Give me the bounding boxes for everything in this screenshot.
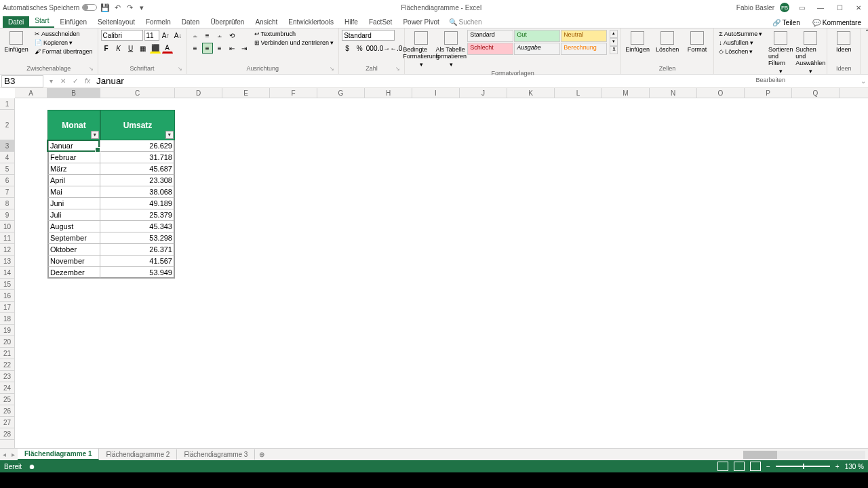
table-cell[interactable]: 38.068 — [100, 186, 175, 198]
tab-factset[interactable]: FactSet — [363, 16, 397, 28]
table-cell[interactable]: 53.949 — [100, 267, 175, 279]
conditional-formatting-button[interactable]: Bedingte Formatierung▾ — [408, 30, 435, 69]
row-header-20[interactable]: 20 — [0, 336, 14, 348]
percent-icon[interactable]: % — [354, 43, 365, 54]
merge-center-button[interactable]: ⊞ Verbinden und zentrieren ▾ — [252, 39, 336, 47]
insert-cells-button[interactable]: Einfügen — [624, 30, 651, 54]
table-cell[interactable]: Januar — [47, 140, 100, 152]
minimize-icon[interactable]: — — [814, 1, 827, 14]
style-good[interactable]: Gut — [514, 30, 560, 42]
number-format-select[interactable] — [342, 30, 395, 41]
cancel-formula-icon[interactable]: ✕ — [57, 75, 69, 87]
table-cell[interactable]: Oktober — [47, 244, 100, 256]
row-header-10[interactable]: 10 — [0, 221, 14, 232]
ribbon-display-icon[interactable]: ▭ — [795, 1, 808, 14]
column-header-D[interactable]: D — [175, 88, 222, 98]
style-output[interactable]: Ausgabe — [514, 43, 560, 55]
sheet-nav-prev-icon[interactable]: ◂ — [0, 451, 9, 458]
table-cell[interactable]: Dezember — [47, 267, 100, 279]
row-header-2[interactable]: 2 — [0, 110, 14, 140]
autosum-button[interactable]: Σ AutoSumme ▾ — [717, 30, 764, 38]
row-header-6[interactable]: 6 — [0, 175, 14, 186]
table-cell[interactable]: 25.379 — [100, 209, 175, 221]
add-sheet-button[interactable]: ⊕ — [255, 451, 269, 458]
column-header-E[interactable]: E — [222, 88, 270, 98]
indent-increase-icon[interactable]: ⇥ — [239, 43, 250, 54]
column-header-H[interactable]: H — [365, 88, 412, 98]
increase-font-icon[interactable]: A↑ — [161, 30, 172, 41]
find-select-button[interactable]: Suchen und Auswählen▾ — [797, 30, 824, 76]
wrap-text-button[interactable]: ↩ Textumbruch — [252, 30, 336, 38]
cut-button[interactable]: ✂ Ausschneiden — [33, 30, 95, 38]
undo-icon[interactable]: ↶ — [113, 3, 121, 12]
style-calculation[interactable]: Berechnung — [561, 43, 607, 55]
align-middle-icon[interactable]: ≡ — [202, 30, 213, 41]
view-normal-icon[interactable] — [717, 462, 728, 471]
indent-decrease-icon[interactable]: ⇤ — [226, 43, 237, 54]
column-header-M[interactable]: M — [602, 88, 650, 98]
tab-help[interactable]: Hilfe — [339, 16, 363, 28]
row-header-14[interactable]: 14 — [0, 267, 14, 279]
align-top-icon[interactable]: ⫠ — [190, 30, 201, 41]
tab-data[interactable]: Daten — [176, 16, 205, 28]
tab-developer[interactable]: Entwicklertools — [283, 16, 339, 28]
row-header-16[interactable]: 16 — [0, 290, 14, 302]
filter-dropdown-icon[interactable]: ▾ — [91, 131, 99, 139]
format-painter-button[interactable]: 🖌 Format übertragen — [33, 47, 95, 56]
style-standard[interactable]: Standard — [467, 30, 513, 42]
fill-color-button[interactable]: ⬛ — [150, 43, 161, 54]
column-header-F[interactable]: F — [270, 88, 317, 98]
row-header-12[interactable]: 12 — [0, 244, 14, 256]
row-header-17[interactable]: 17 — [0, 302, 14, 313]
sheet-nav-next-icon[interactable]: ▸ — [9, 451, 18, 458]
qat-customize-icon[interactable]: ▾ — [138, 3, 146, 12]
paste-button[interactable]: Einfügen — [3, 30, 30, 54]
tab-layout[interactable]: Seitenlayout — [92, 16, 140, 28]
column-header-O[interactable]: O — [697, 88, 745, 98]
table-cell[interactable]: Mai — [47, 186, 100, 198]
sheet-tab-3[interactable]: Flächendiagramme 3 — [177, 449, 255, 460]
table-cell[interactable]: März — [47, 163, 100, 175]
row-header-26[interactable]: 26 — [0, 405, 14, 417]
borders-button[interactable]: ▦ — [138, 43, 149, 54]
zoom-level[interactable]: 130 % — [845, 463, 864, 470]
view-pagelayout-icon[interactable] — [734, 462, 745, 471]
tab-view[interactable]: Ansicht — [250, 16, 283, 28]
column-header-J[interactable]: J — [460, 88, 507, 98]
styles-scroll-up-icon[interactable]: ▴ — [610, 30, 618, 38]
redo-icon[interactable]: ↷ — [125, 3, 134, 12]
sheet-tab-1[interactable]: Flächendiagramme 1 — [18, 449, 99, 460]
currency-icon[interactable]: $ — [342, 43, 353, 54]
style-bad[interactable]: Schlecht — [467, 43, 513, 55]
row-header-22[interactable]: 22 — [0, 359, 14, 371]
table-cell[interactable]: 23.308 — [100, 175, 175, 186]
table-cell[interactable]: September — [47, 232, 100, 244]
row-header-13[interactable]: 13 — [0, 256, 14, 267]
decrease-decimal-icon[interactable]: ←.0 — [391, 43, 401, 54]
table-cell[interactable]: 49.189 — [100, 198, 175, 209]
bold-button[interactable]: F — [101, 43, 112, 54]
increase-decimal-icon[interactable]: .0→ — [378, 43, 389, 54]
styles-more-icon[interactable]: ⊻ — [610, 46, 618, 54]
row-header-9[interactable]: 9 — [0, 209, 14, 221]
ideas-button[interactable]: Ideen — [830, 30, 857, 54]
close-icon[interactable]: ✕ — [852, 1, 865, 14]
table-cell[interactable]: Juni — [47, 198, 100, 209]
column-header-N[interactable]: N — [650, 88, 697, 98]
tab-file[interactable]: Datei — [3, 16, 29, 28]
align-bottom-icon[interactable]: ⫠ — [214, 30, 225, 41]
enter-formula-icon[interactable]: ✓ — [69, 75, 81, 87]
macro-record-icon[interactable]: ⏺ — [28, 463, 35, 470]
table-cell[interactable]: 45.687 — [100, 163, 175, 175]
row-header-21[interactable]: 21 — [0, 348, 14, 359]
row-header-25[interactable]: 25 — [0, 394, 14, 405]
row-header-19[interactable]: 19 — [0, 325, 14, 336]
table-cell[interactable]: August — [47, 221, 100, 232]
table-cell[interactable]: 45.343 — [100, 221, 175, 232]
format-as-table-button[interactable]: Als Tabelle formatieren▾ — [437, 30, 465, 69]
zoom-in-icon[interactable]: + — [835, 463, 840, 470]
row-header-7[interactable]: 7 — [0, 186, 14, 198]
decrease-font-icon[interactable]: A↓ — [173, 30, 184, 41]
row-header-11[interactable]: 11 — [0, 232, 14, 244]
filter-dropdown-icon[interactable]: ▾ — [165, 131, 174, 139]
